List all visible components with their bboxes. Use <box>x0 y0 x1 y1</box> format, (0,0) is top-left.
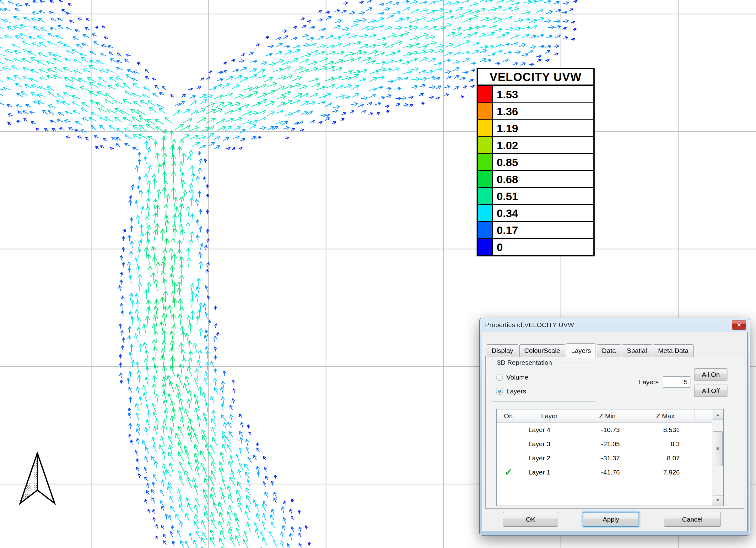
velocity-legend: VELOCITY UVW 1.53 1.36 1.19 1.02 0.85 0.… <box>477 68 595 256</box>
table-row-layer2[interactable]: Layer 2 -31.37 8.07 <box>497 451 723 465</box>
properties-dialog: Properties of:VELOCITY UVW ✕ Display Col… <box>480 318 750 535</box>
layer-zmax: 8.07 <box>636 454 695 462</box>
legend-value: 0.17 <box>493 222 593 238</box>
tab-bar: Display ColourScale Layers Data Spatial … <box>487 344 694 357</box>
legend-row: 1.19 <box>478 119 593 136</box>
legend-row: 0.51 <box>478 187 593 204</box>
layers-count-label: Layers <box>639 378 659 386</box>
table-row-layer3[interactable]: Layer 3 -21.05 8.3 <box>497 437 723 451</box>
layers-count-field: Layers <box>639 377 690 388</box>
legend-value: 0 <box>493 239 593 255</box>
layer-name: Layer 4 <box>520 426 579 434</box>
scroll-up-icon: ▲ <box>716 413 720 417</box>
layers-count-input[interactable] <box>663 377 690 388</box>
legend-value: 1.36 <box>493 103 593 119</box>
layer-zmin: -10.73 <box>579 426 636 434</box>
column-header-zmin[interactable]: Z Min <box>579 410 636 422</box>
legend-swatch <box>478 171 493 187</box>
scroll-up-button[interactable]: ▲ <box>713 410 723 420</box>
layer-name: Layer 3 <box>520 440 579 448</box>
layers-table-header: On Layer Z Min Z Max <box>497 410 723 423</box>
scrollbar-grip-icon: ≡ <box>716 446 720 452</box>
tab-colourscale[interactable]: ColourScale <box>519 345 565 357</box>
legend-title: VELOCITY UVW <box>478 69 593 85</box>
radio-layers-circle-icon[interactable] <box>496 388 503 395</box>
legend-row: 1.02 <box>478 136 593 153</box>
layer-zmin: -21.05 <box>579 440 636 448</box>
legend-row: 0.68 <box>478 170 593 187</box>
legend-row: 0.85 <box>478 153 593 170</box>
all-off-button[interactable]: All Off <box>694 385 727 397</box>
legend-value: 1.02 <box>493 137 593 153</box>
legend-swatch <box>478 205 493 221</box>
legend-row: 1.53 <box>478 85 593 102</box>
legend-swatch <box>478 120 493 136</box>
layer-toggle-buttons: All On All Off <box>694 368 727 397</box>
north-arrow-icon <box>18 452 57 505</box>
dialog-client-area: Display ColourScale Layers Data Spatial … <box>482 332 748 531</box>
layer-name: Layer 1 <box>520 469 579 476</box>
scrollbar-thumb[interactable]: ≡ <box>713 431 723 466</box>
legend-row: 0 <box>478 238 593 255</box>
radio-volume[interactable]: Volume <box>496 374 528 381</box>
legend-swatch <box>478 154 493 170</box>
scroll-down-button[interactable]: ▼ <box>713 495 723 505</box>
legend-value: 0.85 <box>493 154 593 170</box>
scroll-down-icon: ▼ <box>716 498 720 502</box>
legend-swatch <box>478 222 493 238</box>
dialog-title: Properties of:VELOCITY UVW <box>482 321 574 329</box>
legend-row: 1.36 <box>478 102 593 119</box>
apply-button[interactable]: Apply <box>583 512 639 527</box>
column-header-zmax[interactable]: Z Max <box>636 410 695 422</box>
tab-display[interactable]: Display <box>487 345 518 357</box>
layers-table: On Layer Z Min Z Max Layer 4 -10.73 8.53… <box>496 409 724 506</box>
layer-zmax: 8.531 <box>636 426 695 434</box>
table-row-layer1[interactable]: ✓ Layer 1 -41.76 7.926 <box>497 465 723 479</box>
radio-volume-label: Volume <box>506 374 528 381</box>
layer-zmin: -31.37 <box>579 454 636 462</box>
all-on-button[interactable]: All On <box>694 368 727 381</box>
tab-data[interactable]: Data <box>597 345 621 357</box>
close-icon: ✕ <box>737 322 741 328</box>
dialog-titlebar[interactable]: Properties of:VELOCITY UVW ✕ <box>482 318 748 332</box>
tab-spatial[interactable]: Spatial <box>622 345 652 357</box>
legend-row: 0.17 <box>478 221 593 238</box>
layer-zmin: -41.76 <box>579 469 636 476</box>
layer-on-check-icon[interactable]: ✓ <box>497 467 520 478</box>
layer-zmax: 7.926 <box>636 469 695 476</box>
dialog-footer: OK Apply Cancel <box>482 512 747 527</box>
legend-swatch <box>478 188 493 204</box>
radio-layers-label: Layers <box>506 388 526 395</box>
legend-swatch <box>478 86 493 102</box>
table-scrollbar[interactable]: ▲ ≡ ▼ <box>712 410 723 506</box>
legend-swatch <box>478 137 493 153</box>
cancel-button[interactable]: Cancel <box>664 512 721 527</box>
legend-value: 1.53 <box>493 86 593 102</box>
legend-row: 0.34 <box>478 204 593 221</box>
table-row-layer4[interactable]: Layer 4 -10.73 8.531 <box>497 423 723 437</box>
radio-volume-circle-icon[interactable] <box>496 374 503 381</box>
column-header-layer[interactable]: Layer <box>520 410 579 422</box>
legend-swatch <box>478 239 493 255</box>
layers-tab-panel: 3D Representation Volume Layers Layers <box>485 356 744 509</box>
radio-layers[interactable]: Layers <box>496 388 526 395</box>
layer-name: Layer 2 <box>520 454 579 462</box>
tab-metadata[interactable]: Meta Data <box>653 345 694 357</box>
legend-value: 0.34 <box>493 205 593 221</box>
representation-groupbox: 3D Representation Volume Layers <box>491 363 596 402</box>
ok-button[interactable]: OK <box>503 512 558 527</box>
layer-zmax: 8.3 <box>636 440 695 448</box>
legend-value: 0.51 <box>493 188 593 204</box>
column-header-on[interactable]: On <box>497 410 520 422</box>
map-view: VELOCITY UVW 1.53 1.36 1.19 1.02 0.85 0.… <box>0 0 756 548</box>
legend-value: 0.68 <box>493 171 593 187</box>
close-button[interactable]: ✕ <box>732 320 746 330</box>
legend-swatch <box>478 103 493 119</box>
groupbox-title: 3D Representation <box>495 359 554 366</box>
tab-layers[interactable]: Layers <box>566 344 596 358</box>
legend-value: 1.19 <box>493 120 593 136</box>
